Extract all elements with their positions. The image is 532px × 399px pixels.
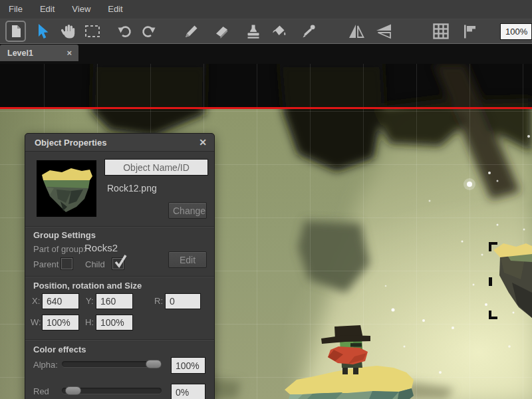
stamp-tool-button[interactable] — [241, 20, 265, 43]
select-arrow-icon — [33, 22, 51, 41]
flip-horizontal-button[interactable] — [345, 20, 368, 43]
pencil-tool-button[interactable] — [180, 20, 203, 43]
tab-close-icon[interactable]: × — [66, 45, 72, 61]
red-value-input[interactable] — [171, 384, 205, 399]
eyedropper-tool-button[interactable] — [297, 20, 321, 43]
flag-button[interactable] — [458, 20, 481, 43]
flip-vertical-button[interactable] — [372, 20, 396, 43]
paint-bucket-tool-button[interactable] — [267, 20, 291, 43]
red-label: Red — [33, 386, 49, 396]
menu-view[interactable]: View — [63, 0, 99, 19]
width-input[interactable] — [42, 315, 79, 331]
rotation-label: R: — [154, 296, 163, 306]
flag-icon — [461, 23, 478, 40]
new-file-icon — [8, 23, 24, 39]
checkmark-icon — [112, 253, 129, 270]
section-divider — [25, 226, 214, 227]
child-checkbox[interactable] — [112, 258, 124, 269]
tab-bar: Level1 × — [0, 44, 532, 64]
group-name-value: Rocks2 — [84, 242, 118, 253]
alpha-value-input[interactable] — [171, 357, 205, 374]
width-label: W: — [31, 317, 41, 327]
object-thumbnail — [37, 160, 96, 217]
marquee-icon — [84, 23, 101, 40]
change-button[interactable]: Change — [168, 202, 207, 219]
pencil-icon — [183, 23, 200, 40]
hand-icon — [60, 23, 77, 40]
dialog-title: Object Properties — [35, 138, 106, 148]
y-label: Y: — [86, 296, 94, 306]
parent-checkbox[interactable] — [61, 258, 72, 269]
object-filename: Rock12.png — [107, 183, 157, 194]
y-input[interactable] — [96, 293, 133, 309]
menu-edit-2[interactable]: Edit — [99, 0, 131, 19]
transform-heading: Position, rotation and Size — [33, 281, 142, 291]
select-tool-button[interactable] — [30, 20, 53, 43]
menu-edit[interactable]: Edit — [31, 0, 63, 19]
tab-level1[interactable]: Level1 × — [0, 45, 78, 61]
alpha-label: Alpha: — [33, 360, 58, 370]
grid-toggle-button[interactable] — [430, 20, 453, 43]
menu-bar: File Edit View Edit — [0, 0, 532, 19]
dialog-titlebar[interactable]: Object Properties ✕ — [25, 134, 214, 152]
marquee-select-tool-button[interactable] — [81, 20, 104, 43]
eyedropper-icon — [301, 23, 318, 40]
alpha-slider[interactable] — [62, 361, 162, 367]
x-input[interactable] — [42, 293, 79, 309]
parent-label: Parent — [33, 259, 59, 269]
red-slider[interactable] — [62, 388, 162, 394]
x-label: X: — [32, 296, 40, 306]
pan-tool-button[interactable] — [57, 20, 80, 43]
undo-icon — [116, 23, 134, 40]
level-editor-app: File Edit View Edit — [0, 0, 532, 399]
height-input[interactable] — [96, 315, 133, 331]
slider-thumb[interactable] — [146, 360, 162, 368]
new-file-button[interactable] — [5, 21, 26, 42]
redo-icon — [140, 23, 157, 40]
rotation-input[interactable] — [165, 293, 201, 309]
object-properties-dialog: Object Properties ✕ Rock12.png Change Gr… — [25, 133, 215, 399]
paint-bucket-icon — [271, 23, 288, 40]
dialog-close-icon[interactable]: ✕ — [199, 134, 207, 152]
flip-vertical-icon — [374, 22, 393, 41]
grid-icon — [432, 22, 450, 41]
toolbar — [0, 19, 532, 44]
edit-group-button[interactable]: Edit — [168, 251, 207, 268]
child-label: Child — [85, 259, 105, 269]
menu-file[interactable]: File — [0, 0, 31, 19]
height-label: H: — [85, 317, 94, 327]
tab-label: Level1 — [7, 49, 33, 58]
stamp-icon — [245, 23, 262, 40]
undo-button[interactable] — [114, 20, 137, 43]
redo-button[interactable] — [137, 20, 160, 43]
object-name-input[interactable] — [104, 159, 208, 176]
red-guide-line — [0, 107, 532, 109]
eraser-tool-button[interactable] — [210, 20, 233, 43]
eraser-icon — [213, 23, 231, 40]
section-divider — [25, 276, 214, 277]
section-divider — [25, 339, 214, 340]
part-of-group-label: Part of group: — [33, 244, 86, 254]
color-effects-heading: Color effects — [33, 344, 86, 354]
group-settings-heading: Group Settings — [33, 230, 96, 240]
zoom-level-input[interactable] — [500, 23, 532, 40]
slider-thumb[interactable] — [65, 386, 81, 395]
flip-horizontal-icon — [347, 22, 366, 41]
